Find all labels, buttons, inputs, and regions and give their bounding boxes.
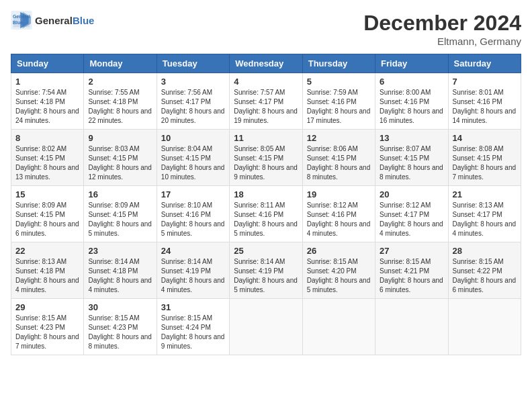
cell-content: Sunrise: 8:15 AMSunset: 4:20 PMDaylight:… [307,257,371,295]
calendar-cell: 12Sunrise: 8:06 AMSunset: 4:15 PMDayligh… [302,130,375,186]
logo: General Blue GeneralBlue [11,11,94,30]
cell-content: Sunrise: 7:55 AMSunset: 4:18 PMDaylight:… [88,88,152,126]
cell-content: Sunrise: 8:06 AMSunset: 4:15 PMDaylight:… [307,144,371,182]
cell-content: Sunrise: 8:11 AMSunset: 4:16 PMDaylight:… [234,201,298,238]
week-row-3: 15Sunrise: 8:09 AMSunset: 4:15 PMDayligh… [11,186,521,242]
cell-content: Sunrise: 8:15 AMSunset: 4:23 PMDaylight:… [15,314,79,351]
day-number: 12 [307,133,371,143]
calendar-cell: 20Sunrise: 8:12 AMSunset: 4:17 PMDayligh… [375,186,448,242]
cell-content: Sunrise: 8:12 AMSunset: 4:16 PMDaylight:… [307,201,371,238]
calendar-cell: 24Sunrise: 8:14 AMSunset: 4:19 PMDayligh… [157,242,229,299]
cell-content: Sunrise: 8:03 AMSunset: 4:15 PMDaylight:… [88,144,152,182]
cell-content: Sunrise: 7:59 AMSunset: 4:16 PMDaylight:… [307,88,371,126]
cell-content: Sunrise: 8:14 AMSunset: 4:19 PMDaylight:… [234,257,298,295]
svg-text:Blue: Blue [13,20,23,25]
calendar-cell: 5Sunrise: 7:59 AMSunset: 4:16 PMDaylight… [302,73,375,130]
calendar-cell: 16Sunrise: 8:09 AMSunset: 4:15 PMDayligh… [84,186,157,242]
day-number: 9 [88,133,152,143]
calendar-cell: 13Sunrise: 8:07 AMSunset: 4:15 PMDayligh… [375,130,448,186]
day-number: 30 [88,302,152,312]
column-header-thursday: Thursday [302,54,375,73]
day-number: 28 [453,246,517,256]
month-title: December 2024 [363,11,521,36]
column-header-saturday: Saturday [448,54,521,73]
day-number: 18 [234,189,298,199]
cell-content: Sunrise: 8:09 AMSunset: 4:15 PMDaylight:… [88,201,152,238]
calendar-cell: 25Sunrise: 8:14 AMSunset: 4:19 PMDayligh… [230,242,302,299]
calendar-cell: 22Sunrise: 8:13 AMSunset: 4:18 PMDayligh… [11,242,84,299]
column-header-monday: Monday [84,54,157,73]
day-number: 6 [380,77,443,87]
calendar-cell: 15Sunrise: 8:09 AMSunset: 4:15 PMDayligh… [11,186,84,242]
day-number: 14 [453,133,517,143]
day-number: 7 [453,77,517,87]
calendar-cell: 17Sunrise: 8:10 AMSunset: 4:16 PMDayligh… [157,186,229,242]
day-number: 15 [15,189,79,199]
cell-content: Sunrise: 8:10 AMSunset: 4:16 PMDaylight:… [161,201,225,238]
calendar-cell: 9Sunrise: 8:03 AMSunset: 4:15 PMDaylight… [84,130,157,186]
cell-content: Sunrise: 8:15 AMSunset: 4:22 PMDaylight:… [453,257,517,295]
cell-content: Sunrise: 7:54 AMSunset: 4:18 PMDaylight:… [15,88,79,126]
logo-text: GeneralBlue [35,15,94,26]
day-number: 2 [88,77,152,87]
cell-content: Sunrise: 8:09 AMSunset: 4:15 PMDaylight:… [15,201,79,238]
header: General Blue GeneralBlue December 2024 E… [11,11,521,47]
cell-content: Sunrise: 8:05 AMSunset: 4:15 PMDaylight:… [234,144,298,182]
day-number: 8 [15,133,79,143]
calendar-cell: 26Sunrise: 8:15 AMSunset: 4:20 PMDayligh… [302,242,375,299]
calendar-cell: 14Sunrise: 8:08 AMSunset: 4:15 PMDayligh… [448,130,521,186]
column-header-tuesday: Tuesday [157,54,229,73]
day-number: 29 [15,302,79,312]
calendar: SundayMondayTuesdayWednesdayThursdayFrid… [11,54,521,355]
cell-content: Sunrise: 8:13 AMSunset: 4:18 PMDaylight:… [15,257,79,295]
day-number: 22 [15,246,79,256]
cell-content: Sunrise: 8:15 AMSunset: 4:24 PMDaylight:… [161,314,225,351]
cell-content: Sunrise: 8:15 AMSunset: 4:23 PMDaylight:… [88,314,152,351]
calendar-cell: 31Sunrise: 8:15 AMSunset: 4:24 PMDayligh… [157,299,229,355]
calendar-cell: 18Sunrise: 8:11 AMSunset: 4:16 PMDayligh… [230,186,302,242]
day-number: 10 [161,133,225,143]
cell-content: Sunrise: 8:14 AMSunset: 4:18 PMDaylight:… [88,257,152,295]
title-area: December 2024 Eltmann, Germany [363,11,521,47]
day-number: 21 [453,189,517,199]
week-row-1: 1Sunrise: 7:54 AMSunset: 4:18 PMDaylight… [11,73,521,130]
calendar-cell: 19Sunrise: 8:12 AMSunset: 4:16 PMDayligh… [302,186,375,242]
day-number: 27 [380,246,443,256]
day-number: 3 [161,77,225,87]
cell-content: Sunrise: 7:56 AMSunset: 4:17 PMDaylight:… [161,88,225,126]
cell-content: Sunrise: 8:02 AMSunset: 4:15 PMDaylight:… [15,144,79,182]
day-number: 20 [380,189,443,199]
calendar-cell: 28Sunrise: 8:15 AMSunset: 4:22 PMDayligh… [448,242,521,299]
calendar-cell: 23Sunrise: 8:14 AMSunset: 4:18 PMDayligh… [84,242,157,299]
column-header-sunday: Sunday [11,54,84,73]
logo-icon: General Blue [11,11,32,30]
day-number: 1 [15,77,79,87]
calendar-cell: 27Sunrise: 8:15 AMSunset: 4:21 PMDayligh… [375,242,448,299]
calendar-cell: 7Sunrise: 8:01 AMSunset: 4:16 PMDaylight… [448,73,521,130]
cell-content: Sunrise: 8:08 AMSunset: 4:15 PMDaylight:… [453,144,517,182]
cell-content: Sunrise: 8:13 AMSunset: 4:17 PMDaylight:… [453,201,517,238]
cell-content: Sunrise: 8:12 AMSunset: 4:17 PMDaylight:… [380,201,443,238]
calendar-cell: 11Sunrise: 8:05 AMSunset: 4:15 PMDayligh… [230,130,302,186]
week-row-4: 22Sunrise: 8:13 AMSunset: 4:18 PMDayligh… [11,242,521,299]
day-number: 5 [307,77,371,87]
day-number: 19 [307,189,371,199]
svg-text:General: General [13,14,30,19]
calendar-cell: 10Sunrise: 8:04 AMSunset: 4:15 PMDayligh… [157,130,229,186]
day-number: 24 [161,246,225,256]
day-number: 25 [234,246,298,256]
day-number: 23 [88,246,152,256]
cell-content: Sunrise: 8:04 AMSunset: 4:15 PMDaylight:… [161,144,225,182]
calendar-cell: 1Sunrise: 7:54 AMSunset: 4:18 PMDaylight… [11,73,84,130]
day-number: 26 [307,246,371,256]
calendar-cell: 30Sunrise: 8:15 AMSunset: 4:23 PMDayligh… [84,299,157,355]
cell-content: Sunrise: 8:00 AMSunset: 4:16 PMDaylight:… [380,88,443,126]
column-header-wednesday: Wednesday [230,54,302,73]
calendar-cell: 6Sunrise: 8:00 AMSunset: 4:16 PMDaylight… [375,73,448,130]
day-number: 31 [161,302,225,312]
day-number: 4 [234,77,298,87]
day-number: 13 [380,133,443,143]
week-row-2: 8Sunrise: 8:02 AMSunset: 4:15 PMDaylight… [11,130,521,186]
calendar-cell: 4Sunrise: 7:57 AMSunset: 4:17 PMDaylight… [230,73,302,130]
location: Eltmann, Germany [363,36,521,47]
